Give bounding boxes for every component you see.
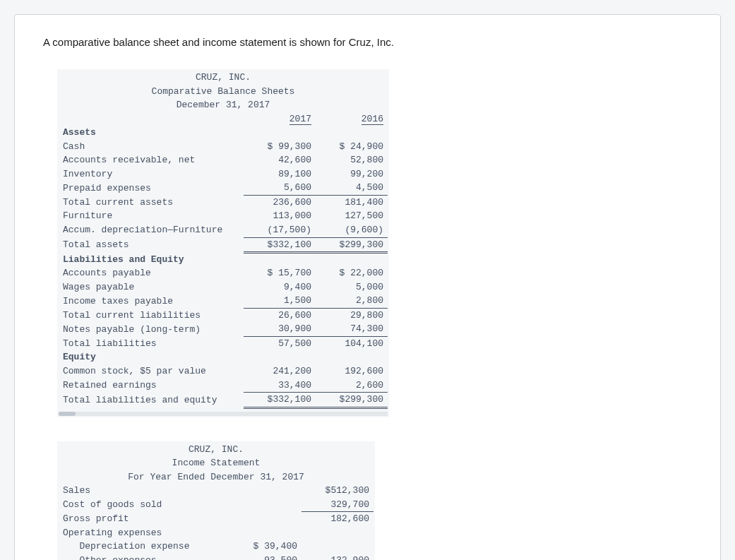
- ap-label: Accounts payable: [59, 266, 244, 280]
- oth-label: Other expenses: [59, 554, 237, 560]
- re-label: Retained earnings: [59, 379, 244, 393]
- it-2017: 1,500: [244, 294, 316, 308]
- fur-2017: 113,000: [244, 209, 316, 223]
- it-label: Income taxes payable: [59, 294, 244, 308]
- intro-text: A comparative balance sheet and income s…: [43, 36, 692, 48]
- tca-label: Total current assets: [59, 195, 244, 209]
- scroll-decoration: [59, 412, 388, 416]
- tle-label: Total liabilities and equity: [59, 393, 244, 408]
- income-statement: CRUZ, INC. Income Statement For Year End…: [57, 441, 375, 560]
- inv-2016: 99,200: [316, 167, 388, 181]
- cs-2017: 241,200: [244, 364, 316, 379]
- problem-card: A comparative balance sheet and income s…: [14, 14, 721, 560]
- dep-value: $ 39,400: [237, 540, 301, 554]
- fur-2016: 127,500: [316, 209, 388, 223]
- ap-2016: $ 22,000: [316, 266, 388, 280]
- dep-label: Depreciation expense: [59, 540, 237, 554]
- tcl-2017: 26,600: [244, 308, 316, 322]
- cs-label: Common stock, $5 par value: [59, 364, 244, 379]
- eq-header: Equity: [59, 350, 244, 364]
- ap-2017: $ 15,700: [244, 266, 316, 280]
- bs-col-2017: 2017: [289, 114, 311, 125]
- gp-value: 182,600: [301, 512, 374, 526]
- ad-2017: (17,500): [244, 223, 316, 237]
- inv-label: Inventory: [59, 167, 244, 181]
- ta-label: Total assets: [59, 237, 244, 253]
- tle-2017: $332,100: [244, 393, 316, 408]
- balance-sheet: CRUZ, INC. Comparative Balance Sheets De…: [57, 69, 389, 417]
- re-2016: 2,600: [316, 379, 388, 393]
- tca-2016: 181,400: [316, 195, 388, 209]
- sales-value: $512,300: [301, 484, 374, 498]
- gp-label: Gross profit: [59, 512, 237, 526]
- oth-value: 93,500: [237, 554, 301, 560]
- fur-label: Furniture: [59, 209, 244, 223]
- np-label: Notes payable (long-term): [59, 322, 244, 336]
- is-company: CRUZ, INC.: [59, 443, 374, 457]
- oe-header: Operating expenses: [59, 526, 237, 540]
- bs-date: December 31, 2017: [59, 98, 388, 112]
- assets-header: Assets: [59, 126, 244, 140]
- pre-2016: 4,500: [316, 181, 388, 195]
- pre-2017: 5,600: [244, 181, 316, 195]
- is-title: Income Statement: [59, 456, 374, 470]
- bs-col-2016: 2016: [361, 114, 383, 125]
- le-header: Liabilities and Equity: [59, 253, 244, 267]
- tca-2017: 236,600: [244, 195, 316, 209]
- pre-label: Prepaid expenses: [59, 181, 244, 195]
- np-2016: 74,300: [316, 322, 388, 336]
- wp-label: Wages payable: [59, 280, 244, 294]
- balance-sheet-table: CRUZ, INC. Comparative Balance Sheets De…: [59, 71, 388, 409]
- oth-total: 132,900: [301, 554, 374, 560]
- tcl-2016: 29,800: [316, 308, 388, 322]
- cash-2017: $ 99,300: [244, 140, 316, 154]
- inv-2017: 89,100: [244, 167, 316, 181]
- is-date: For Year Ended December 31, 2017: [59, 470, 374, 484]
- re-2017: 33,400: [244, 379, 316, 393]
- cogs-label: Cost of goods sold: [59, 498, 237, 512]
- tl-label: Total liabilities: [59, 336, 244, 350]
- ad-2016: (9,600): [316, 223, 388, 237]
- tcl-label: Total current liabilities: [59, 308, 244, 322]
- cash-label: Cash: [59, 140, 244, 154]
- ar-label: Accounts receivable, net: [59, 153, 244, 167]
- wp-2016: 5,000: [316, 280, 388, 294]
- ad-label: Accum. depreciation—Furniture: [59, 223, 244, 237]
- cash-2016: $ 24,900: [316, 140, 388, 154]
- ta-2016: $299,300: [316, 237, 388, 253]
- income-statement-table: CRUZ, INC. Income Statement For Year End…: [59, 443, 374, 560]
- cogs-value: 329,700: [301, 498, 374, 512]
- bs-company: CRUZ, INC.: [59, 71, 388, 85]
- ar-2017: 42,600: [244, 153, 316, 167]
- sales-label: Sales: [59, 484, 237, 498]
- tl-2017: 57,500: [244, 336, 316, 350]
- it-2016: 2,800: [316, 294, 388, 308]
- ta-2017: $332,100: [244, 237, 316, 253]
- tl-2016: 104,100: [316, 336, 388, 350]
- tle-2016: $299,300: [316, 393, 388, 408]
- wp-2017: 9,400: [244, 280, 316, 294]
- cs-2016: 192,600: [316, 364, 388, 379]
- np-2017: 30,900: [244, 322, 316, 336]
- bs-title: Comparative Balance Sheets: [59, 85, 388, 99]
- ar-2016: 52,800: [316, 153, 388, 167]
